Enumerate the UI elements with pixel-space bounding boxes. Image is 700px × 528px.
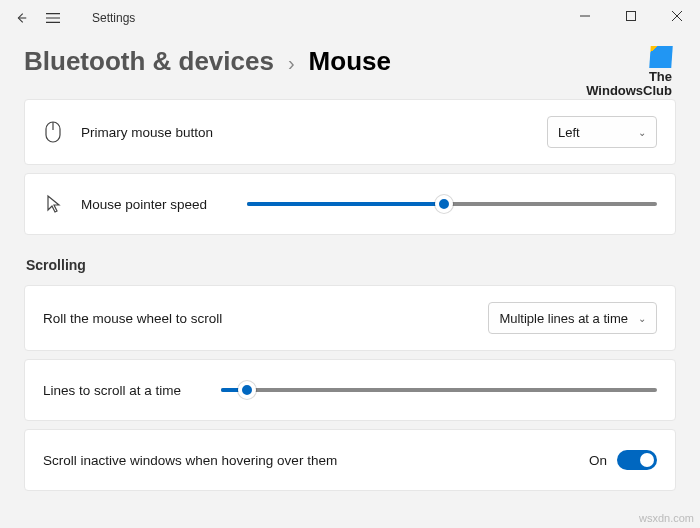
roll-wheel-select[interactable]: Multiple lines at a time ⌄ <box>488 302 657 334</box>
primary-mouse-button-label: Primary mouse button <box>81 125 213 140</box>
menu-icon[interactable] <box>46 11 60 25</box>
watermark: wsxdn.com <box>639 512 694 524</box>
mouse-pointer-speed-slider[interactable] <box>247 202 657 206</box>
lines-to-scroll-slider[interactable] <box>221 388 657 392</box>
scroll-inactive-toggle[interactable] <box>617 450 657 470</box>
close-button[interactable] <box>654 0 700 32</box>
primary-mouse-button-select[interactable]: Left ⌄ <box>547 116 657 148</box>
mouse-pointer-speed-row: Mouse pointer speed <box>24 173 676 235</box>
lines-to-scroll-label: Lines to scroll at a time <box>43 383 181 398</box>
roll-wheel-label: Roll the mouse wheel to scroll <box>43 311 222 326</box>
breadcrumb-parent[interactable]: Bluetooth & devices <box>24 46 274 77</box>
scroll-inactive-label: Scroll inactive windows when hovering ov… <box>43 453 337 468</box>
lines-to-scroll-row: Lines to scroll at a time <box>24 359 676 421</box>
breadcrumb: Bluetooth & devices › Mouse <box>24 46 676 77</box>
primary-mouse-button-row: Primary mouse button Left ⌄ <box>24 99 676 165</box>
chevron-down-icon: ⌄ <box>638 313 646 324</box>
brand-logo: TheWindowsClub <box>586 46 672 99</box>
back-icon[interactable] <box>14 11 28 25</box>
scroll-inactive-row: Scroll inactive windows when hovering ov… <box>24 429 676 491</box>
chevron-down-icon: ⌄ <box>638 127 646 138</box>
page-title: Mouse <box>309 46 391 77</box>
scrolling-section-header: Scrolling <box>26 257 676 273</box>
roll-wheel-row: Roll the mouse wheel to scroll Multiple … <box>24 285 676 351</box>
scroll-inactive-state: On <box>589 453 607 468</box>
mouse-icon <box>43 121 63 143</box>
chevron-right-icon: › <box>288 52 295 75</box>
mouse-pointer-speed-label: Mouse pointer speed <box>81 197 207 212</box>
minimize-button[interactable] <box>562 0 608 32</box>
svg-rect-0 <box>627 12 636 21</box>
window-title: Settings <box>92 11 135 25</box>
cursor-icon <box>43 194 63 214</box>
maximize-button[interactable] <box>608 0 654 32</box>
